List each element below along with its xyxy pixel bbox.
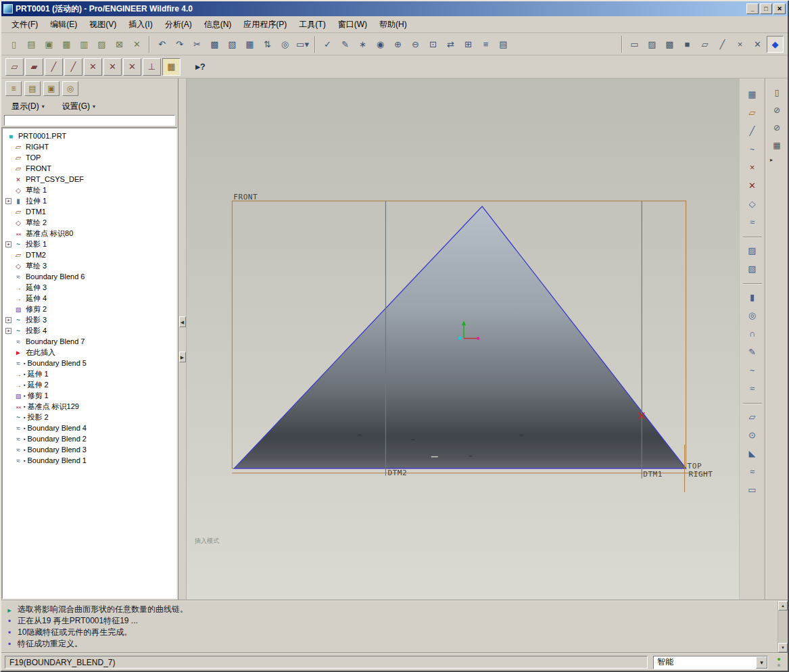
new-file-button[interactable]: ▯ bbox=[5, 36, 22, 53]
close-button[interactable]: ✕ bbox=[773, 3, 786, 14]
tree-expand-toggle[interactable] bbox=[5, 436, 11, 442]
tree-item[interactable]: + 投影 3 bbox=[4, 314, 176, 325]
tree-item[interactable]: + 投影 1 bbox=[4, 239, 176, 249]
datum-plane-tool[interactable]: ▱ bbox=[743, 104, 762, 121]
scroll-up-icon[interactable]: ▲ bbox=[778, 601, 788, 610]
menu-edit[interactable]: 编辑(E) bbox=[44, 16, 83, 33]
tree-expand-toggle[interactable] bbox=[5, 447, 11, 453]
tree-item[interactable]: ▪ 延伸 1 bbox=[4, 368, 176, 379]
saved-views-button[interactable]: ⊞ bbox=[460, 36, 477, 53]
window-dock-button[interactable]: ▯ bbox=[769, 85, 785, 100]
paste-button[interactable]: ▧ bbox=[224, 36, 241, 53]
connections-button[interactable]: ◎ bbox=[62, 81, 78, 96]
model-tree-toggle-button[interactable]: ≡ bbox=[5, 81, 22, 96]
message-scrollbar[interactable]: ▲ ▼ bbox=[778, 601, 788, 652]
tree-expand-toggle[interactable] bbox=[5, 360, 11, 366]
datum-fill-display-button[interactable]: ▰ bbox=[25, 58, 43, 76]
menu-view[interactable]: 视图(V) bbox=[83, 16, 122, 33]
tree-item[interactable]: ▪ 基准点 标识129 bbox=[4, 401, 176, 412]
tree-item[interactable]: RIGHT bbox=[4, 141, 176, 152]
front-datum-label[interactable]: FRONT bbox=[233, 193, 258, 201]
tree-item[interactable]: ▪ Boundary Blend 5 bbox=[4, 358, 176, 368]
layers-button[interactable]: ≡ bbox=[477, 36, 494, 53]
shaded-button[interactable]: ■ bbox=[679, 36, 696, 53]
tree-expand-toggle[interactable] bbox=[5, 285, 11, 291]
revolve-tool[interactable]: ◎ bbox=[743, 307, 762, 324]
tree-item[interactable]: ▪ 延伸 2 bbox=[4, 379, 176, 390]
save-copy-button[interactable]: ▦ bbox=[58, 36, 75, 53]
spin-center-button[interactable]: ∗ bbox=[354, 36, 371, 53]
zoom-in-button[interactable]: ⊕ bbox=[389, 36, 406, 53]
open-file-button[interactable]: ▤ bbox=[23, 36, 40, 53]
tree-expand-toggle[interactable] bbox=[5, 295, 11, 302]
view-manager-button[interactable]: ▤ bbox=[495, 36, 512, 53]
trim-tool[interactable]: ◣ bbox=[743, 445, 762, 462]
datum-point-tool[interactable]: × bbox=[743, 159, 762, 176]
orient-mode-button[interactable]: ◉ bbox=[372, 36, 389, 53]
tree-expand-toggle[interactable] bbox=[5, 209, 11, 215]
tree-item[interactable]: 基准点 标识80 bbox=[4, 228, 176, 239]
tree-item[interactable]: ▪ Boundary Blend 3 bbox=[4, 444, 176, 455]
find-button[interactable]: ◎ bbox=[277, 36, 293, 53]
menu-help[interactable]: 帮助(H) bbox=[373, 16, 413, 33]
wireframe-button[interactable]: ▭ bbox=[626, 36, 643, 53]
dtm1-label[interactable]: DTM1 bbox=[643, 470, 663, 479]
tree-expand-toggle[interactable]: + bbox=[5, 198, 11, 204]
tree-expand-toggle[interactable] bbox=[5, 339, 11, 345]
tree-item[interactable]: FRONT bbox=[4, 163, 176, 174]
erase-display-button[interactable]: ⊠ bbox=[111, 36, 128, 53]
curve-tool[interactable]: ~ bbox=[743, 362, 762, 379]
tree-item[interactable]: + 投影 4 bbox=[4, 325, 176, 336]
spin-toggle-button[interactable]: ⊘ bbox=[769, 120, 785, 135]
tree-item[interactable]: ▪ Boundary Blend 2 bbox=[4, 433, 176, 444]
tree-item[interactable]: DTM2 bbox=[4, 249, 176, 260]
folder-browser-button[interactable]: ▤ bbox=[24, 81, 41, 96]
top-datum-label[interactable]: TOP bbox=[688, 462, 702, 471]
tree-expand-toggle[interactable] bbox=[5, 252, 11, 258]
tree-expand-toggle[interactable] bbox=[5, 263, 11, 269]
tree-item[interactable]: + 拉伸 1 bbox=[4, 195, 176, 206]
annotate-button[interactable]: ✎ bbox=[337, 36, 354, 53]
datum-planes-toggle[interactable]: ▱ bbox=[696, 36, 713, 53]
menu-analysis[interactable]: 分析(A) bbox=[159, 16, 198, 33]
tree-expand-toggle[interactable] bbox=[5, 155, 11, 161]
menu-insert[interactable]: 插入(I) bbox=[122, 16, 158, 33]
menu-file[interactable]: 文件(F) bbox=[5, 16, 44, 33]
panel-splitter[interactable]: ◀ ▶ bbox=[178, 78, 187, 600]
csys-display-button[interactable]: ✕ bbox=[123, 58, 141, 76]
menu-window[interactable]: 窗口(W) bbox=[332, 16, 373, 33]
tree-item[interactable]: Boundary Blend 6 bbox=[4, 271, 176, 282]
datum-axes-toggle[interactable]: ╱ bbox=[714, 36, 731, 53]
paste-special-button[interactable]: ▦ bbox=[241, 36, 258, 53]
tree-item[interactable]: ▪ 修剪 1 bbox=[4, 390, 176, 401]
minimize-button[interactable]: _ bbox=[746, 3, 759, 14]
tree-item[interactable]: TOP bbox=[4, 152, 176, 163]
tree-expand-toggle[interactable] bbox=[5, 231, 11, 237]
zoom-out-button[interactable]: ⊖ bbox=[407, 36, 424, 53]
dock-expand-arrow[interactable]: ▸ bbox=[767, 155, 775, 165]
reorient-button[interactable]: ⇄ bbox=[442, 36, 459, 53]
tree-item[interactable]: 草绘 3 bbox=[4, 260, 176, 271]
vertex-display-button[interactable]: ⊥ bbox=[143, 58, 161, 76]
tree-expand-toggle[interactable] bbox=[5, 306, 11, 312]
tree-item[interactable]: Boundary Blend 7 bbox=[4, 336, 176, 347]
menu-applications[interactable]: 应用程序(P) bbox=[237, 16, 293, 33]
offset-surface-tool[interactable]: ▧ bbox=[743, 260, 762, 277]
filter-dropdown-icon[interactable] bbox=[756, 656, 767, 669]
shading-toggle[interactable]: ◆ bbox=[767, 36, 784, 53]
tree-expand-toggle[interactable]: + bbox=[5, 328, 11, 334]
pattern-tool[interactable]: ≈ bbox=[743, 463, 762, 480]
mirror-tool[interactable]: ▱ bbox=[743, 408, 762, 425]
datum-curve-tool[interactable]: ~ bbox=[743, 141, 762, 158]
tree-expand-toggle[interactable] bbox=[5, 458, 11, 464]
3d-viewport[interactable]: FRONT DTM2 DTM1 TOP RIGHT 插入模式 bbox=[187, 78, 739, 600]
tree-expand-toggle[interactable] bbox=[5, 220, 11, 226]
datum-axis-tool[interactable]: ╱ bbox=[743, 122, 762, 139]
right-datum-label[interactable]: RIGHT bbox=[689, 470, 713, 479]
tree-item[interactable]: 草绘 2 bbox=[4, 217, 176, 228]
tree-expand-toggle[interactable] bbox=[5, 274, 11, 280]
tree-item[interactable]: PRT0001.PRT bbox=[4, 130, 176, 141]
point-display-button[interactable]: ✕ bbox=[84, 58, 102, 76]
menu-tools[interactable]: 工具(T) bbox=[293, 16, 331, 33]
tree-expand-toggle[interactable]: + bbox=[5, 317, 11, 323]
